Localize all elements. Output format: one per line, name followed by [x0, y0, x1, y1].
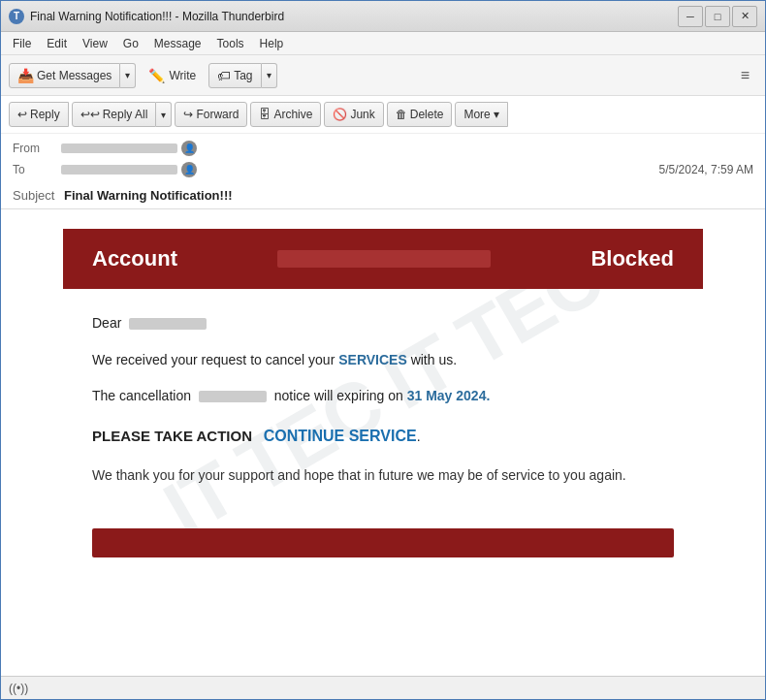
menu-message[interactable]: Message	[146, 35, 209, 52]
reply-all-dropdown[interactable]: ▾	[156, 102, 172, 127]
cancellation-redacted	[199, 391, 267, 402]
email-inner: Account Blocked Dear We received your re…	[63, 229, 703, 557]
close-button[interactable]: ✕	[732, 6, 757, 27]
archive-button[interactable]: 🗄 Archive	[250, 102, 321, 127]
archive-icon: 🗄	[259, 108, 271, 121]
subject-row: Subject Final Warning Notification!!!	[1, 184, 765, 208]
junk-button[interactable]: 🚫 Junk	[324, 102, 383, 127]
subject-label: Subject	[13, 188, 54, 203]
reply-all-button[interactable]: ↩↩ Reply All	[72, 102, 157, 127]
action-line: PLEASE TAKE ACTION CONTINUE SERVICE.	[92, 424, 674, 449]
junk-icon: 🚫	[333, 108, 347, 121]
banner-email-redacted	[277, 250, 491, 268]
reply-icon: ↩	[17, 108, 27, 121]
email-meta: From 👤 To 👤 5/5/2024, 7:59 AM	[1, 134, 765, 184]
minimize-button[interactable]: ─	[678, 6, 703, 27]
menu-go[interactable]: Go	[115, 35, 146, 52]
more-group: More ▾	[455, 102, 507, 127]
window-controls: ─ □ ✕	[678, 6, 757, 27]
more-chevron-icon: ▾	[494, 108, 499, 121]
menu-edit[interactable]: Edit	[39, 35, 75, 52]
delete-button[interactable]: 🗑 Delete	[387, 102, 453, 127]
connection-icon: ((•))	[9, 682, 28, 695]
forward-icon: ↪	[183, 108, 193, 121]
to-contact-icon: 👤	[181, 162, 197, 177]
continue-service-link[interactable]: CONTINUE SERVICE	[264, 428, 417, 444]
delete-icon: 🗑	[396, 108, 407, 121]
to-row: To 👤 5/5/2024, 7:59 AM	[13, 159, 753, 180]
email-body: IT TEC IT TEC Account Blocked Dear We re…	[1, 209, 765, 676]
services-line: We received your request to cancel your …	[92, 349, 674, 370]
email-actions-bar: ↩ Reply ↩↩ Reply All ▾ ↪ Forward 🗄 Archi…	[1, 96, 765, 134]
dear-line: Dear	[92, 312, 674, 334]
email-date: 5/5/2024, 7:59 AM	[659, 163, 753, 176]
main-window: T Final Warning Notification!!! - Mozill…	[0, 0, 766, 700]
menu-help[interactable]: Help	[252, 35, 292, 52]
email-header: ↩ Reply ↩↩ Reply All ▾ ↪ Forward 🗄 Archi…	[1, 96, 765, 209]
hamburger-button[interactable]: ≡	[733, 63, 757, 88]
tag-group: 🏷 Tag ▾	[208, 63, 276, 88]
dear-text: Dear	[92, 315, 121, 331]
inbox-icon: 📥	[17, 68, 34, 83]
menu-view[interactable]: View	[75, 35, 115, 52]
cancellation-line: The cancellation notice will expiring on…	[92, 385, 674, 406]
get-messages-button[interactable]: 📥 Get Messages	[9, 63, 120, 88]
to-label: To	[13, 163, 61, 176]
tag-icon: 🏷	[217, 68, 231, 83]
action-label-text: PLEASE TAKE ACTION	[92, 428, 252, 444]
expiry-date: 31 May 2024.	[407, 388, 491, 403]
from-contact-icon: 👤	[181, 141, 197, 156]
email-body-text: Dear We received your request to cancel …	[63, 289, 703, 509]
title-bar: T Final Warning Notification!!! - Mozill…	[1, 1, 765, 32]
status-bar: ((•))	[1, 676, 765, 699]
reply-all-icon: ↩↩	[80, 108, 100, 121]
write-button[interactable]: ✏️ Write	[140, 61, 205, 90]
email-banner: Account Blocked	[63, 229, 703, 289]
services-link[interactable]: SERVICES	[338, 352, 407, 367]
menu-file[interactable]: File	[5, 35, 39, 52]
banner-account-text: Account	[92, 246, 177, 271]
more-button[interactable]: More ▾	[455, 102, 507, 127]
from-value: 👤	[61, 141, 753, 156]
get-messages-group: 📥 Get Messages ▾	[9, 63, 136, 88]
email-content: IT TEC IT TEC Account Blocked Dear We re…	[63, 229, 703, 557]
tag-dropdown[interactable]: ▾	[262, 63, 277, 88]
menu-tools[interactable]: Tools	[209, 35, 252, 52]
dear-name-redacted	[129, 318, 207, 330]
from-label: From	[13, 142, 61, 155]
forward-button[interactable]: ↪ Forward	[175, 102, 247, 127]
tag-button[interactable]: 🏷 Tag	[208, 63, 261, 88]
reply-all-group: ↩↩ Reply All ▾	[72, 102, 173, 127]
thank-you-text: We thank you for your support and hope t…	[92, 464, 674, 486]
banner-blocked-text: Blocked	[590, 246, 674, 271]
menu-bar: File Edit View Go Message Tools Help	[1, 32, 765, 55]
main-toolbar: 📥 Get Messages ▾ ✏️ Write 🏷 Tag ▾ ≡	[1, 55, 765, 96]
from-address-redacted	[61, 143, 177, 153]
to-value: 👤	[61, 162, 659, 177]
window-title: Final Warning Notification!!! - Mozilla …	[30, 10, 678, 23]
app-icon: T	[9, 9, 24, 24]
action-dot: .	[417, 429, 421, 444]
get-messages-dropdown[interactable]: ▾	[120, 63, 136, 88]
from-row: From 👤	[13, 138, 753, 159]
reply-group: ↩ Reply	[9, 102, 69, 127]
maximize-button[interactable]: □	[705, 6, 730, 27]
reply-button[interactable]: ↩ Reply	[9, 102, 69, 127]
to-address-redacted	[61, 165, 177, 175]
subject-value: Final Warning Notification!!!	[64, 188, 233, 203]
write-icon: ✏️	[148, 68, 165, 83]
email-footer-bar	[92, 528, 674, 557]
